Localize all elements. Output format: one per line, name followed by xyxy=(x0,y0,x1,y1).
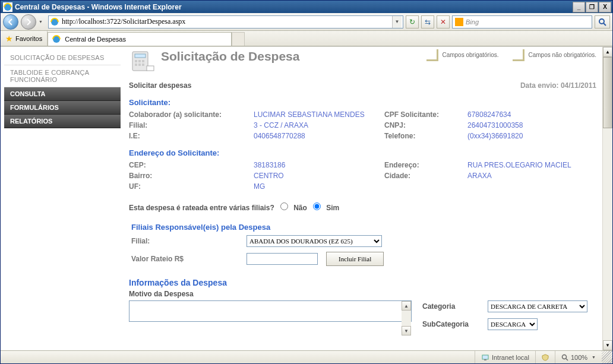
sidebar: SOLICITAÇÃO DE DESPESAS TABLOIDE E COBRA… xyxy=(1,47,121,350)
address-dropdown-icon[interactable]: ▼ xyxy=(392,16,402,28)
history-dropdown-icon[interactable]: ▼ xyxy=(39,20,46,24)
svg-point-2 xyxy=(599,19,604,24)
label-cpf: CPF Solicitante: xyxy=(384,110,467,119)
section-filiais: Filiais Responsável(eis) pela Despesa xyxy=(131,223,596,232)
compat-view-button[interactable]: ⇆ xyxy=(421,15,434,29)
svg-rect-11 xyxy=(138,64,141,66)
refresh-button[interactable]: ↻ xyxy=(406,15,419,29)
svg-rect-14 xyxy=(482,355,488,359)
intranet-icon xyxy=(481,353,489,362)
radio-nao[interactable] xyxy=(280,202,288,210)
svg-rect-6 xyxy=(135,54,146,58)
select-subcategoria[interactable]: DESCARGA xyxy=(488,318,538,330)
radio-sim[interactable] xyxy=(313,202,321,210)
label-cep: CEP: xyxy=(129,161,254,169)
svg-line-17 xyxy=(566,359,568,360)
label-filial-select: Filial: xyxy=(131,237,238,245)
scroll-down-icon[interactable]: ▼ xyxy=(402,326,411,335)
value-filial: 3 - CCZ / ARAXA xyxy=(254,121,384,129)
label-valor-rateio: Valor Rateio R$ xyxy=(131,255,238,263)
svg-rect-10 xyxy=(135,64,137,66)
zoom-icon xyxy=(561,354,568,361)
value-bairro: CENTRO xyxy=(254,172,384,180)
incluir-filial-button[interactable]: Incluir Filial xyxy=(326,252,384,266)
tab-active[interactable]: Central de Despesas xyxy=(48,32,232,46)
ie-icon xyxy=(3,2,12,12)
value-uf: MG xyxy=(254,182,384,191)
legend-optional: Campos não obrigatórios. xyxy=(513,49,596,61)
textarea-scrollbar[interactable]: ▲ ▼ xyxy=(402,301,411,335)
tab-favicon xyxy=(52,34,61,44)
tab-title: Central de Despesas xyxy=(65,36,126,43)
label-sim: Sim xyxy=(326,204,339,212)
section-info-despesa: Informações da Despesa xyxy=(129,278,596,287)
sidebar-header-relatorios[interactable]: RELATÓRIOS xyxy=(4,115,121,128)
status-zone: Intranet local xyxy=(475,351,535,363)
favorites-button[interactable]: ★ Favoritos xyxy=(1,31,48,46)
date-envio: Data envio: 04/11/2011 xyxy=(520,81,596,90)
label-filial: Filial: xyxy=(129,121,254,129)
value-ie: 0406548770288 xyxy=(254,132,384,140)
window-title: Central de Despesas - Windows Internet E… xyxy=(15,3,182,11)
label-uf: UF: xyxy=(129,182,254,191)
page-scrollbar[interactable]: ▲ ▼ xyxy=(602,47,612,350)
search-bar[interactable]: Bing xyxy=(452,15,592,29)
svg-rect-12 xyxy=(142,64,144,66)
page-scroll-up-icon[interactable]: ▲ xyxy=(603,47,612,57)
svg-rect-15 xyxy=(484,359,486,360)
select-categoria[interactable]: DESCARGA DE CARRETA xyxy=(488,300,587,312)
url-input[interactable] xyxy=(62,17,392,26)
svg-rect-9 xyxy=(142,60,144,62)
label-subcategoria: SubCategoria xyxy=(422,320,488,328)
status-zoom[interactable]: 100% ▼ xyxy=(555,351,602,363)
value-colaborador: LUCIMAR SEBASTIANA MENDES xyxy=(254,110,384,119)
value-telefone: (0xx34)36691820 xyxy=(467,132,574,140)
resize-grip[interactable] xyxy=(602,351,612,363)
new-tab-button[interactable] xyxy=(232,32,245,46)
section-solicitante: Solicitante: xyxy=(129,98,596,107)
section-endereco: Endereço do Solicitante: xyxy=(129,148,596,157)
input-valor-rateio[interactable] xyxy=(247,253,318,265)
label-cnpj: CNPJ: xyxy=(384,121,467,129)
stop-button[interactable]: ✕ xyxy=(437,15,450,29)
sidebar-item-tabloide[interactable]: TABLOIDE E COBRANÇA FUNCIONÁRIO xyxy=(4,65,121,87)
status-bar: Intranet local 100% ▼ xyxy=(1,350,612,363)
calculator-icon xyxy=(129,49,155,73)
label-colaborador: Colaborador (a) solicitante: xyxy=(129,110,254,119)
close-button[interactable]: X xyxy=(599,2,611,12)
value-cep: 38183186 xyxy=(254,161,384,169)
legend-required: Campos obrigatórios. xyxy=(426,49,498,61)
svg-point-16 xyxy=(562,354,566,359)
value-cidade: ARAXA xyxy=(467,172,574,180)
value-cpf: 67808247634 xyxy=(467,110,574,119)
minimize-button[interactable]: _ xyxy=(573,2,585,12)
bing-icon xyxy=(455,18,463,26)
sidebar-header-consulta[interactable]: CONSULTA xyxy=(4,87,121,101)
shield-icon xyxy=(542,354,549,361)
back-button[interactable] xyxy=(3,14,18,30)
label-ie: I.E: xyxy=(129,132,254,140)
select-filial[interactable]: ABADIA DOS DOURADOS (EZ 625) xyxy=(247,235,382,247)
svg-rect-7 xyxy=(135,60,137,62)
search-button[interactable] xyxy=(595,15,610,29)
forward-button[interactable] xyxy=(21,14,36,30)
sidebar-item-solicitacao[interactable]: SOLICITAÇÃO DE DESPESAS xyxy=(4,50,121,65)
svg-rect-13 xyxy=(147,66,154,71)
address-bar: ▼ xyxy=(48,15,403,29)
main-content: Solicitação de Despesa Campos obrigatóri… xyxy=(121,47,602,350)
maximize-button[interactable]: ❐ xyxy=(586,2,598,12)
sidebar-header-formularios[interactable]: FORMULÁRIOS xyxy=(4,101,121,115)
label-telefone: Telefone: xyxy=(384,132,467,140)
label-endereco: Endereço: xyxy=(384,161,467,169)
window-titlebar: Central de Despesas - Windows Internet E… xyxy=(1,1,612,13)
page-scroll-down-icon[interactable]: ▼ xyxy=(603,340,612,350)
star-icon: ★ xyxy=(5,34,13,43)
status-protected-mode xyxy=(535,351,555,363)
label-bairro: Bairro: xyxy=(129,172,254,180)
scroll-up-icon[interactable]: ▲ xyxy=(402,301,411,311)
svg-rect-8 xyxy=(138,60,141,62)
value-endereco: RUA PRES.OLEGARIO MACIEL xyxy=(467,161,574,169)
page-scroll-thumb[interactable] xyxy=(603,57,612,128)
tab-bar: ★ Favoritos Central de Despesas xyxy=(1,31,612,46)
textarea-motivo[interactable] xyxy=(129,300,412,322)
